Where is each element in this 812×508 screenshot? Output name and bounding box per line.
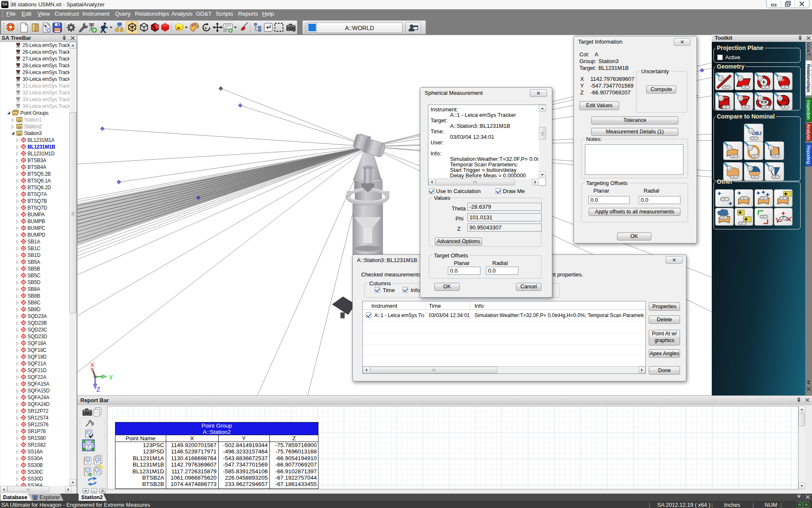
svg-text:X: X <box>90 361 94 368</box>
svg-text:Z: Z <box>96 386 100 393</box>
svg-text:y: y <box>110 373 113 380</box>
